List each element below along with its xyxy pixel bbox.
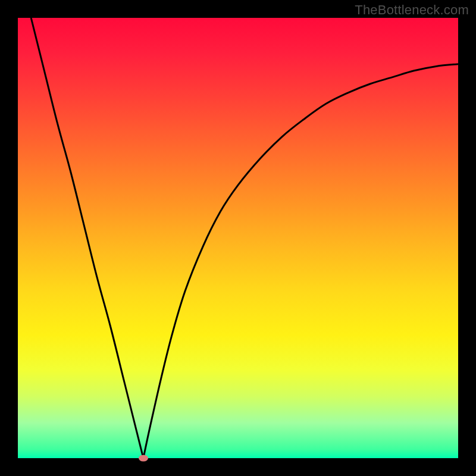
curve-path	[31, 18, 458, 458]
vertex-marker	[139, 455, 148, 462]
chart-frame: TheBottleneck.com	[0, 0, 476, 476]
bottleneck-curve	[18, 18, 458, 458]
watermark-text: TheBottleneck.com	[355, 2, 469, 18]
plot-area	[18, 18, 458, 458]
